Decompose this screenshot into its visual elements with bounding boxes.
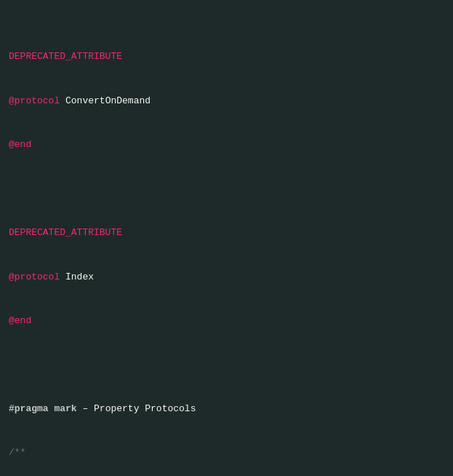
line-5: DEPRECATED_ATTRIBUTE (9, 226, 444, 240)
token: DEPRECATED_ATTRIBUTE (9, 227, 122, 238)
token: – Property Protocols (77, 403, 196, 414)
line-pragma: #pragma mark – Property Protocols (9, 402, 444, 416)
token: #pragma mark (9, 403, 77, 414)
code-content: DEPRECATED_ATTRIBUTE @protocol ConvertOn… (0, 0, 453, 476)
token: @end (9, 139, 31, 150)
token: Index (60, 271, 94, 282)
line-2: @protocol ConvertOnDemand (9, 94, 444, 108)
token: /** (9, 447, 25, 458)
token: @protocol (9, 95, 60, 106)
line-6: @protocol Index (9, 270, 444, 285)
code-viewer: DEPRECATED_ATTRIBUTE @protocol ConvertOn… (0, 0, 453, 476)
line-blank-1 (9, 182, 444, 197)
token: DEPRECATED_ATTRIBUTE (9, 51, 122, 62)
line-10: /** (9, 445, 444, 460)
token: @end (9, 315, 31, 326)
token: @protocol (9, 271, 60, 282)
line-1: DEPRECATED_ATTRIBUTE (9, 49, 444, 64)
line-3: @end (9, 138, 444, 152)
line-blank-2 (9, 357, 444, 372)
line-7: @end (9, 314, 444, 328)
token: ConvertOnDemand (60, 95, 151, 106)
